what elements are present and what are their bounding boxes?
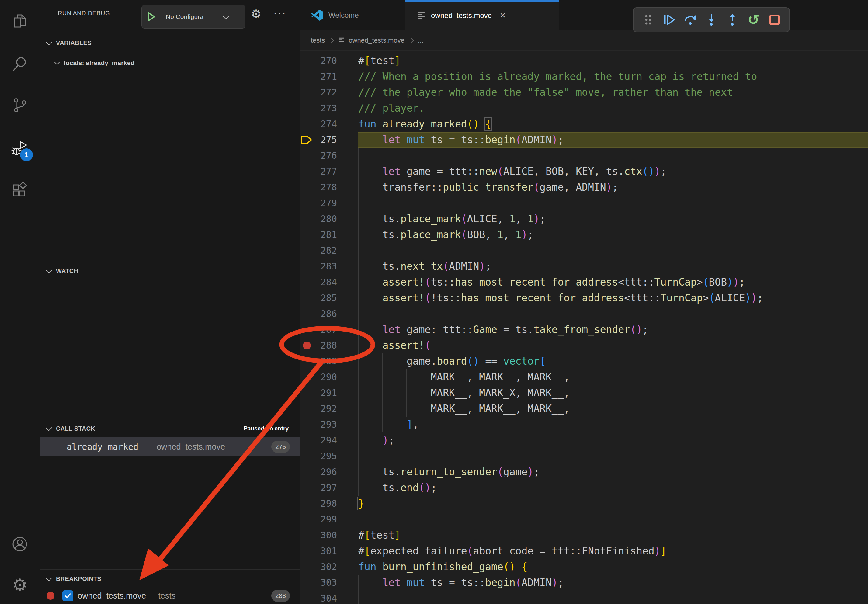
breakpoint-gutter[interactable] (300, 69, 314, 85)
step-over-button[interactable] (682, 11, 699, 28)
breakpoints-section-header[interactable]: BREAKPOINTS (40, 570, 299, 588)
breadcrumb-item[interactable]: ... (418, 37, 423, 44)
code-line-276: 276 (300, 148, 868, 164)
variables-section-header[interactable]: VARIABLES (40, 34, 299, 52)
search-icon[interactable] (0, 49, 40, 78)
step-into-button[interactable] (703, 11, 720, 28)
close-icon[interactable]: ✕ (500, 11, 506, 20)
breakpoint-gutter[interactable] (300, 448, 314, 464)
frame-file: owned_tests.move (157, 442, 225, 452)
more-actions-icon[interactable]: ··· (273, 7, 287, 19)
breakpoint-gutter[interactable] (300, 385, 314, 401)
breakpoint-list-item[interactable]: owned_tests.move tests 288 (40, 588, 299, 604)
restart-button[interactable]: ↺ (745, 11, 762, 28)
step-out-button[interactable] (724, 11, 741, 28)
start-debug-button[interactable] (142, 5, 161, 28)
breakpoint-gutter[interactable] (300, 417, 314, 432)
line-number: 281 (314, 227, 337, 243)
chevron-down-icon (46, 575, 52, 581)
breakpoint-gutter[interactable] (300, 227, 314, 243)
breakpoint-gutter[interactable] (300, 164, 314, 180)
code-text: fun burn_unfinished_game() { (358, 559, 527, 575)
line-number: 274 (314, 116, 337, 132)
chevron-down-icon (46, 267, 52, 273)
debug-config-dropdown[interactable]: No Configura (141, 5, 245, 29)
breakpoint-dot-icon (303, 342, 311, 350)
continue-button[interactable] (660, 11, 677, 28)
breakpoint-gutter[interactable] (300, 496, 314, 511)
breakpoint-gutter[interactable] (300, 575, 314, 591)
chevron-down-icon (54, 59, 60, 65)
breadcrumb-item[interactable]: tests (311, 37, 325, 44)
watch-section-header[interactable]: WATCH (40, 262, 299, 280)
tab-label: Welcome (329, 11, 359, 19)
breakpoint-gutter[interactable] (300, 53, 314, 69)
breakpoint-gutter[interactable] (300, 85, 314, 101)
code-line-285: 285 assert!(!ts::has_most_recent_for_add… (300, 290, 868, 306)
breakpoint-gutter[interactable] (300, 464, 314, 480)
line-number: 290 (314, 369, 337, 385)
breakpoint-gutter[interactable] (300, 559, 314, 575)
stop-button[interactable] (766, 11, 783, 28)
accounts-icon[interactable] (0, 530, 40, 559)
breakpoint-gutter[interactable] (300, 338, 314, 353)
frame-line-badge: 275 (271, 441, 290, 453)
code-text: transfer::public_transfer(game, ADMIN); (358, 180, 618, 195)
debug-settings-gear-icon[interactable]: ⚙ (251, 7, 261, 21)
breakpoint-gutter[interactable] (300, 322, 314, 338)
source-control-icon[interactable] (0, 91, 40, 120)
breakpoint-gutter[interactable] (300, 148, 314, 164)
breakpoint-gutter[interactable] (300, 369, 314, 385)
run-and-debug-icon[interactable]: 1 (0, 134, 40, 163)
line-number: 279 (314, 195, 337, 211)
breakpoint-gutter[interactable] (300, 432, 314, 448)
breakpoint-gutter[interactable] (300, 480, 314, 496)
call-stack-section-header[interactable]: CALL STACK Paused on entry (40, 420, 299, 437)
git-branch-icon (12, 97, 28, 113)
breakpoint-checkbox[interactable] (62, 590, 73, 601)
line-number: 300 (314, 527, 337, 543)
breakpoint-gutter[interactable] (300, 290, 314, 306)
code-line-294: 294 ); (300, 432, 868, 448)
grip-dots-icon (644, 14, 652, 25)
breakpoint-gutter[interactable] (300, 527, 314, 543)
code-line-297: 297 ts.end(); (300, 480, 868, 496)
breakpoint-gutter[interactable] (300, 353, 314, 369)
breakpoint-gutter[interactable] (300, 211, 314, 227)
continue-icon (663, 14, 675, 26)
tab-welcome[interactable]: Welcome (300, 0, 405, 30)
breakpoint-gutter[interactable] (300, 543, 314, 559)
breakpoint-gutter[interactable] (300, 132, 314, 148)
extensions-icon[interactable] (0, 176, 40, 205)
check-icon (64, 592, 72, 600)
tab-owned-tests-move[interactable]: owned_tests.move ✕ (405, 0, 559, 31)
extensions-squares-icon (12, 183, 28, 198)
breakpoint-gutter[interactable] (300, 195, 314, 211)
breakpoint-gutter[interactable] (300, 243, 314, 259)
section-label: BREAKPOINTS (56, 575, 101, 582)
explorer-icon[interactable] (0, 7, 40, 36)
code-line-296: 296 ts.return_to_sender(game); (300, 464, 868, 480)
breakpoint-gutter[interactable] (300, 511, 314, 527)
breadcrumb-item[interactable]: owned_tests.move (349, 37, 404, 44)
breakpoint-gutter[interactable] (300, 306, 314, 322)
code-line-300: 300#[test] (300, 527, 868, 543)
code-text: /// player. (358, 101, 425, 116)
breakpoint-gutter[interactable] (300, 101, 314, 116)
breakpoint-gutter[interactable] (300, 116, 314, 132)
breadcrumb: tests owned_tests.move ... (300, 30, 868, 51)
breakpoint-gutter[interactable] (300, 259, 314, 274)
line-number: 296 (314, 464, 337, 480)
code-text: let game = ttt::new(ALICE, BOB, KEY, ts.… (358, 164, 666, 180)
breakpoint-gutter[interactable] (300, 591, 314, 604)
code-line-298: 298} (300, 496, 868, 511)
breakpoint-gutter[interactable] (300, 274, 314, 290)
breakpoint-gutter[interactable] (300, 180, 314, 195)
breakpoint-gutter[interactable] (300, 401, 314, 417)
line-number: 301 (314, 543, 337, 559)
variables-scope-row[interactable]: locals: already_marked (40, 54, 299, 72)
toolbar-drag-grip[interactable] (640, 11, 657, 28)
call-stack-frame-row[interactable]: already_marked owned_tests.move 275 (40, 437, 299, 456)
code-editor[interactable]: 270#[test]271/// When a position is alre… (300, 53, 868, 604)
settings-gear-icon[interactable]: ⚙ (0, 570, 40, 600)
